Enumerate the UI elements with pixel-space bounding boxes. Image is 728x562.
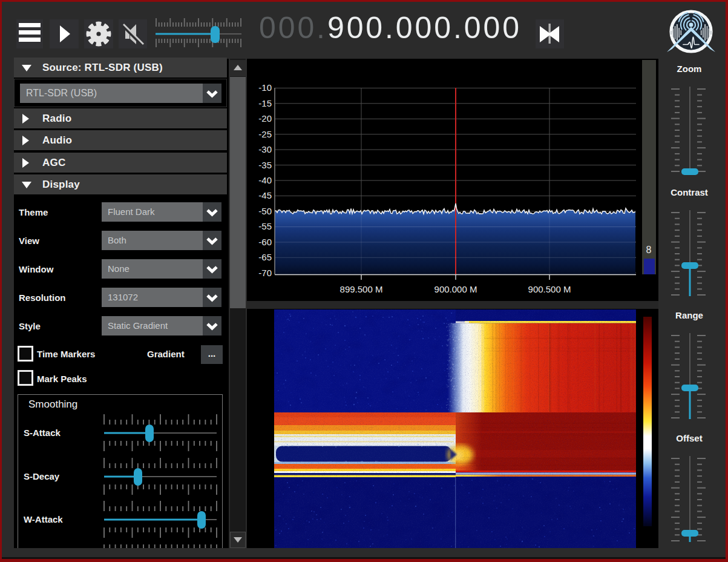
svg-text:-65: -65 (258, 252, 272, 262)
svg-text:-55: -55 (258, 221, 272, 231)
svg-text:-50: -50 (258, 206, 272, 216)
svg-text:-45: -45 (258, 190, 272, 200)
svg-text:-40: -40 (258, 175, 272, 185)
svg-text:Contrast: Contrast (671, 187, 708, 197)
svg-text:-25: -25 (258, 129, 272, 139)
svg-text:-15: -15 (258, 98, 272, 108)
svg-text:-35: -35 (258, 160, 272, 170)
svg-text:-70: -70 (258, 268, 272, 278)
svg-text:-10: -10 (258, 82, 272, 93)
svg-text:899.500 M: 899.500 M (340, 284, 383, 294)
svg-text:Range: Range (675, 310, 703, 320)
svg-text:Zoom: Zoom (677, 64, 702, 74)
svg-text:-30: -30 (258, 144, 272, 154)
svg-text:-60: -60 (258, 237, 272, 247)
svg-text:-20: -20 (258, 113, 272, 124)
svg-text:900.500 M: 900.500 M (528, 284, 571, 294)
svg-text:900.000 M: 900.000 M (435, 284, 477, 294)
svg-text:Offset: Offset (676, 433, 702, 443)
svg-text:8: 8 (646, 245, 652, 255)
